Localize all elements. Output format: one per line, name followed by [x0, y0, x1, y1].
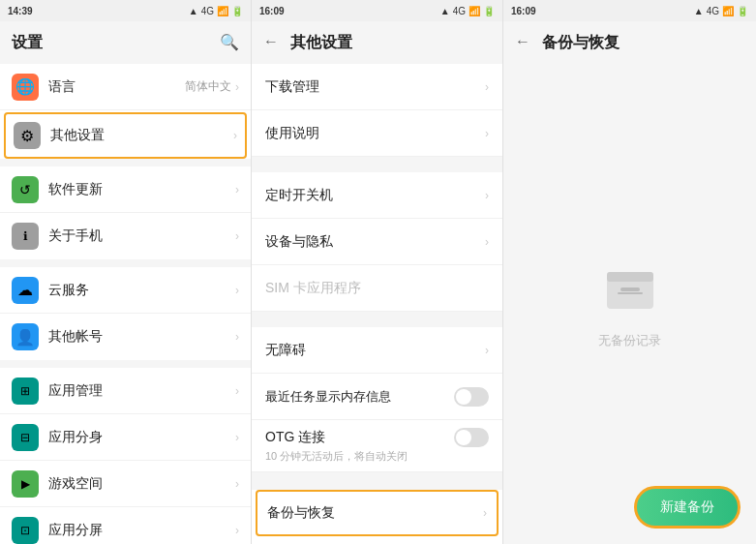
separator-1 [252, 165, 502, 172]
otg-toggle[interactable] [454, 428, 489, 447]
sidebar-item-about-phone[interactable]: ℹ 关于手机 › [0, 213, 251, 259]
game-space-chevron: › [235, 477, 239, 491]
right-header: ← 备份与恢复 [503, 21, 756, 64]
language-chevron: › [235, 80, 239, 94]
sidebar-item-cloud-service[interactable]: ☁ 云服务 › [0, 267, 251, 314]
separator-2 [252, 319, 502, 327]
list-item-download-mgr[interactable]: 下载管理 › [252, 64, 502, 110]
list-item-backup-restore[interactable]: 备份与恢复 › [256, 490, 499, 536]
middle-title: 其他设置 [290, 33, 491, 53]
app-split-chevron: › [235, 431, 239, 444]
list-item-otg[interactable]: OTG 连接 10 分钟无活动后，将自动关闭 [252, 420, 502, 472]
app-manager-label: 应用管理 [48, 382, 235, 400]
right-time: 16:09 [511, 6, 536, 16]
sidebar-item-other-settings[interactable]: ⚙ 其他设置 › [4, 112, 247, 159]
middle-section-4: 备份与恢复 › 还原手机 › [252, 490, 502, 544]
sidebar-item-app-manager[interactable]: ⊞ 应用管理 › [0, 368, 251, 414]
language-value: 简体中文 [185, 78, 231, 95]
sidebar-item-language[interactable]: 🌐 语言 简体中文 › [0, 64, 251, 110]
middle-scroll: 下载管理 › 使用说明 › 定时开关机 › 设备与隐私 › SIM 卡应用程序 [252, 64, 502, 544]
right-status-icons: ▲ 4G 📶 🔋 [694, 6, 748, 16]
middle-header: ← 其他设置 [252, 21, 502, 64]
section-2: ↺ 软件更新 › ℹ 关于手机 › [0, 166, 251, 259]
left-title: 设置 [12, 33, 220, 53]
about-phone-label: 关于手机 [48, 227, 235, 245]
middle-back-icon[interactable]: ← [263, 33, 283, 52]
otg-sub: 10 分钟无活动后，将自动关闭 [265, 449, 408, 464]
about-phone-chevron: › [235, 229, 239, 243]
cloud-service-chevron: › [235, 284, 239, 297]
app-multiscreen-icon: ⊡ [12, 517, 39, 544]
app-multiscreen-label: 应用分屏 [48, 522, 235, 539]
game-space-label: 游戏空间 [48, 475, 235, 493]
section-4: ⊞ 应用管理 › ⊟ 应用分身 › ▶ 游戏空间 › ⊡ 应用分屏 › [0, 368, 251, 544]
other-settings-chevron: › [233, 129, 237, 142]
sidebar-item-app-multiscreen[interactable]: ⊡ 应用分屏 › [0, 507, 251, 544]
app-split-label: 应用分身 [48, 429, 235, 446]
other-accounts-chevron: › [235, 330, 239, 344]
language-icon: 🌐 [12, 74, 39, 101]
empty-state: 无备份记录 [503, 64, 756, 544]
svg-rect-1 [607, 272, 653, 282]
middle-status-bar: 16:09 ▲ 4G 📶 🔋 [252, 0, 502, 21]
other-accounts-icon: 👤 [12, 323, 39, 350]
separator-3 [252, 480, 502, 488]
app-multiscreen-chevron: › [235, 524, 239, 537]
cloud-service-label: 云服务 [48, 282, 235, 299]
left-scroll: 🌐 语言 简体中文 › ⚙ 其他设置 › ↺ 软件更新 › ℹ 关于手机 › [0, 64, 251, 544]
list-item-device-privacy[interactable]: 设备与隐私 › [252, 219, 502, 265]
middle-panel: 16:09 ▲ 4G 📶 🔋 ← 其他设置 下载管理 › 使用说明 › 定时开关… [252, 0, 503, 544]
other-accounts-label: 其他帐号 [48, 328, 235, 346]
sidebar-item-app-split[interactable]: ⊟ 应用分身 › [0, 414, 251, 461]
svg-rect-2 [620, 287, 640, 291]
list-item-scheduled-onoff[interactable]: 定时开关机 › [252, 172, 502, 219]
list-item-user-manual[interactable]: 使用说明 › [252, 110, 502, 157]
empty-text: 无备份记录 [598, 332, 661, 349]
sidebar-item-game-space[interactable]: ▶ 游戏空间 › [0, 461, 251, 507]
list-item-reset-phone[interactable]: 还原手机 › [252, 538, 502, 544]
right-panel: 16:09 ▲ 4G 📶 🔋 ← 备份与恢复 无备份记录 新建备份 [503, 0, 756, 544]
right-status-bar: 16:09 ▲ 4G 📶 🔋 [503, 0, 756, 21]
about-phone-icon: ℹ [12, 223, 39, 250]
section-1: 🌐 语言 简体中文 › ⚙ 其他设置 › [0, 64, 251, 159]
recent-mem-knob [456, 389, 471, 405]
middle-section-3: 无障碍 › 最近任务显示内存信息 OTG 连接 10 分钟无活动后，将自动关闭 [252, 327, 502, 472]
sidebar-item-other-accounts[interactable]: 👤 其他帐号 › [0, 314, 251, 360]
list-item-sim-apps: SIM 卡应用程序 [252, 265, 502, 312]
sidebar-item-software-update[interactable]: ↺ 软件更新 › [0, 166, 251, 213]
other-settings-label: 其他设置 [50, 127, 233, 144]
language-label: 语言 [48, 78, 185, 96]
list-item-accessibility[interactable]: 无障碍 › [252, 327, 502, 374]
cloud-service-icon: ☁ [12, 277, 39, 304]
app-split-icon: ⊟ [12, 424, 39, 451]
list-item-recent-mem[interactable]: 最近任务显示内存信息 [252, 374, 502, 420]
software-update-chevron: › [235, 183, 239, 196]
backup-empty-icon [599, 258, 661, 320]
app-manager-chevron: › [235, 384, 239, 398]
software-update-icon: ↺ [12, 176, 39, 203]
middle-section-1: 下载管理 › 使用说明 › [252, 64, 502, 157]
new-backup-button[interactable]: 新建备份 [634, 486, 741, 529]
left-status-bar: 14:39 ▲ 4G 📶 🔋 [0, 0, 251, 21]
left-time: 14:39 [8, 6, 33, 16]
left-panel: 14:39 ▲ 4G 📶 🔋 设置 🔍 🌐 语言 简体中文 › ⚙ 其他设置 › [0, 0, 252, 544]
otg-knob [456, 430, 471, 445]
middle-status-icons: ▲ 4G 📶 🔋 [440, 6, 495, 16]
middle-section-2: 定时开关机 › 设备与隐私 › SIM 卡应用程序 [252, 172, 502, 312]
software-update-label: 软件更新 [48, 181, 235, 198]
game-space-icon: ▶ [12, 470, 39, 498]
left-status-icons: ▲ 4G 📶 🔋 [189, 6, 243, 16]
app-manager-icon: ⊞ [12, 378, 39, 405]
right-title: 备份与恢复 [542, 33, 744, 53]
search-icon[interactable]: 🔍 [220, 33, 239, 52]
middle-time: 16:09 [259, 6, 285, 16]
section-3: ☁ 云服务 › 👤 其他帐号 › [0, 267, 251, 360]
recent-mem-toggle[interactable] [454, 387, 489, 407]
left-header: 设置 🔍 [0, 21, 251, 64]
other-settings-icon: ⚙ [14, 122, 41, 149]
right-back-icon[interactable]: ← [515, 33, 534, 52]
